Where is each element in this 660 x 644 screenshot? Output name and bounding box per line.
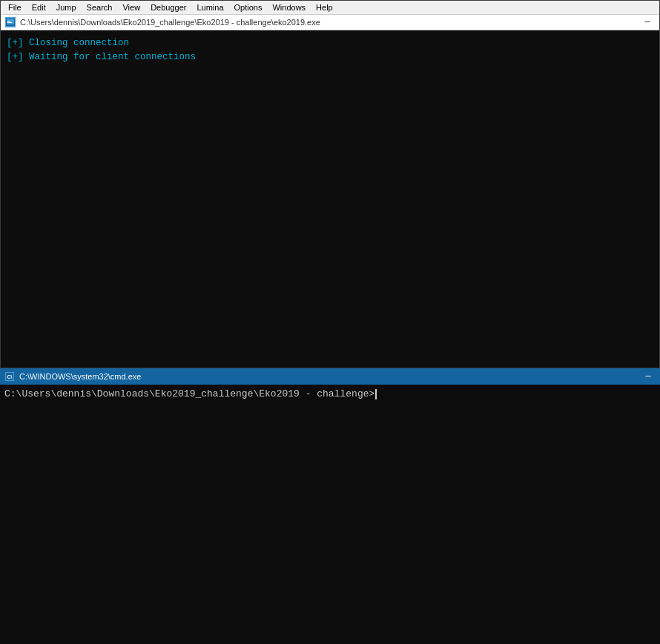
menu-lumina[interactable]: Lumina [192,2,228,13]
menu-bar: File Edit Jump Search View Debugger Lumi… [1,1,659,14]
debugger-console: [+] Closing connection [+] Waiting for c… [1,30,659,368]
cmd-prompt-line: C:\Users\dennis\Downloads\Eko2019_challe… [4,388,656,401]
cmd-console[interactable]: C:\Users\dennis\Downloads\Eko2019_challe… [0,385,660,644]
cmd-icon: C\ [4,371,15,382]
console-line-1: [+] Closing connection [7,36,653,50]
debugger-window: File Edit Jump Search View Debugger Lumi… [0,0,660,368]
cmd-window: C\ C:\WINDOWS\system32\cmd.exe — C:\User… [0,368,660,644]
menu-edit[interactable]: Edit [27,2,50,13]
svg-rect-3 [7,22,12,23]
cmd-prompt: C:\Users\dennis\Downloads\Eko2019_challe… [4,388,374,401]
cmd-minimize-button[interactable]: — [641,371,656,382]
menu-search[interactable]: Search [82,2,117,13]
menu-help[interactable]: Help [311,2,337,13]
cmd-cursor [375,389,377,399]
menu-view[interactable]: View [118,2,145,13]
debugger-icon [5,17,16,27]
menu-jump[interactable]: Jump [52,2,81,13]
menu-debugger[interactable]: Debugger [146,2,191,13]
svg-rect-1 [7,19,14,24]
debugger-minimize-button[interactable]: — [640,17,655,27]
debugger-title-bar: C:\Users\dennis\Downloads\Eko2019_challe… [1,14,659,30]
svg-rect-2 [7,21,10,21]
console-line-2: [+] Waiting for client connections [7,50,653,64]
menu-file[interactable]: File [4,2,26,13]
cmd-title-text: C:\WINDOWS\system32\cmd.exe [19,372,641,381]
cmd-title-bar: C\ C:\WINDOWS\system32\cmd.exe — [0,368,660,385]
menu-options[interactable]: Options [230,2,267,13]
debugger-title-text: C:\Users\dennis\Downloads\Eko2019_challe… [20,18,640,27]
menu-windows[interactable]: Windows [268,2,310,13]
